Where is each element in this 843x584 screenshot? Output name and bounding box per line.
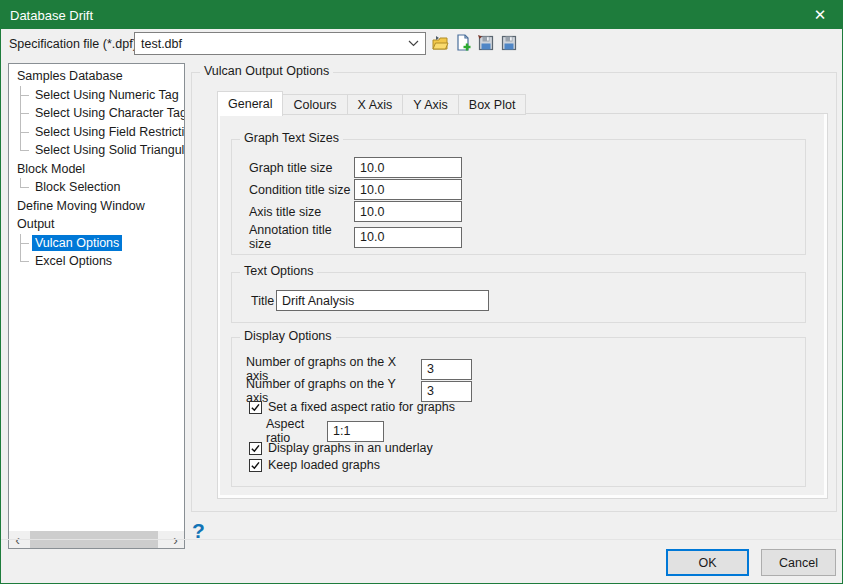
graph-title-size-label: Graph title size xyxy=(249,161,354,175)
tree-item-select-solid-triangulation[interactable]: Select Using Solid Triangulation xyxy=(9,141,184,160)
axis-title-size-label: Axis title size xyxy=(249,205,354,219)
tab-y-axis[interactable]: Y Axis xyxy=(403,94,459,115)
spec-file-combobox[interactable]: test.dbf xyxy=(134,32,426,55)
spec-toolbar xyxy=(431,34,518,52)
checkmark-icon xyxy=(250,460,261,471)
tab-x-axis[interactable]: X Axis xyxy=(348,94,404,115)
cancel-button[interactable]: Cancel xyxy=(761,549,836,576)
vulcan-output-options-title: Vulcan Output Options xyxy=(200,64,333,78)
vulcan-output-options-group: Vulcan Output Options General Colours X … xyxy=(191,72,837,512)
tab-page-general: Graph Text Sizes Graph title size Condit… xyxy=(217,113,828,499)
tree-connector xyxy=(20,234,32,253)
tab-box-plot[interactable]: Box Plot xyxy=(459,94,527,115)
help-icon[interactable]: ? xyxy=(192,519,205,543)
keep-loaded-graphs-checkbox[interactable] xyxy=(249,459,262,472)
tree-item-block-model[interactable]: Block Model xyxy=(9,160,184,179)
underlay-checkbox[interactable] xyxy=(249,442,262,455)
chevron-down-icon[interactable] xyxy=(408,40,419,47)
spec-file-label: Specification file (*.dpf) xyxy=(9,37,137,51)
tree-item-excel-options[interactable]: Excel Options xyxy=(9,252,184,271)
tree-item-select-field-restriction[interactable]: Select Using Field Restriction xyxy=(9,123,184,142)
checkmark-icon xyxy=(250,402,261,413)
tree-connector xyxy=(20,104,32,123)
tree-item-define-moving-window[interactable]: Define Moving Window xyxy=(9,197,184,216)
checkmark-icon xyxy=(250,443,261,454)
display-options-title: Display Options xyxy=(240,329,336,343)
spec-file-row: Specification file (*.dpf) test.dbf xyxy=(1,29,842,61)
titlebar: Database Drift ✕ xyxy=(1,1,842,29)
window-title: Database Drift xyxy=(1,8,93,23)
keep-loaded-graphs-label: Keep loaded graphs xyxy=(268,458,380,472)
ok-button[interactable]: OK xyxy=(666,549,749,576)
graph-text-sizes-title: Graph Text Sizes xyxy=(240,131,343,145)
open-folder-icon[interactable] xyxy=(431,34,449,52)
tree-connector xyxy=(20,141,32,160)
graph-text-sizes-group: Graph Text Sizes Graph title size Condit… xyxy=(231,139,806,255)
tree-connector xyxy=(20,123,32,142)
condition-title-size-label: Condition title size xyxy=(249,183,354,197)
tree-connector xyxy=(20,252,32,271)
tree-item-select-character-tag[interactable]: Select Using Character Tag xyxy=(9,104,184,123)
tree-rows: Samples Database Select Using Numeric Ta… xyxy=(9,67,184,271)
display-options-group: Display Options Number of graphs on the … xyxy=(231,337,806,487)
annotation-title-size-label: Annotation title size xyxy=(249,223,354,251)
graph-title-size-input[interactable] xyxy=(354,157,462,178)
tab-colours[interactable]: Colours xyxy=(283,94,347,115)
tree-connector xyxy=(20,86,32,105)
save-icon[interactable] xyxy=(500,34,518,52)
condition-title-size-input[interactable] xyxy=(354,179,462,200)
close-icon[interactable]: ✕ xyxy=(798,1,842,29)
underlay-label: Display graphs in an underlay xyxy=(268,441,433,455)
annotation-title-size-input[interactable] xyxy=(354,227,462,248)
tree-item-vulcan-options[interactable]: Vulcan Options xyxy=(9,234,184,253)
axis-title-size-input[interactable] xyxy=(354,201,462,222)
fixed-aspect-ratio-checkbox[interactable] xyxy=(249,401,262,414)
settings-tree: Samples Database Select Using Numeric Ta… xyxy=(8,63,185,549)
text-options-group: Text Options Title xyxy=(231,272,806,323)
text-options-title: Text Options xyxy=(240,264,317,278)
title-input[interactable] xyxy=(276,290,489,311)
graphs-y-axis-input[interactable] xyxy=(421,381,472,402)
title-label: Title xyxy=(251,294,276,308)
save-as-icon[interactable] xyxy=(477,34,495,52)
tree-item-block-selection[interactable]: Block Selection xyxy=(9,178,184,197)
tabstrip: General Colours X Axis Y Axis Box Plot xyxy=(217,91,526,115)
tree-item-output[interactable]: Output xyxy=(9,215,184,234)
new-document-icon[interactable] xyxy=(454,34,472,52)
tab-general[interactable]: General xyxy=(217,91,283,116)
fixed-aspect-ratio-label: Set a fixed aspect ratio for graphs xyxy=(268,400,455,414)
tree-item-select-numeric-tag[interactable]: Select Using Numeric Tag xyxy=(9,86,184,105)
spec-file-value: test.dbf xyxy=(141,37,182,51)
aspect-ratio-input[interactable] xyxy=(327,421,384,442)
footer-divider xyxy=(1,539,842,540)
tree-connector xyxy=(20,178,32,197)
tree-item-samples-database[interactable]: Samples Database xyxy=(9,67,184,86)
